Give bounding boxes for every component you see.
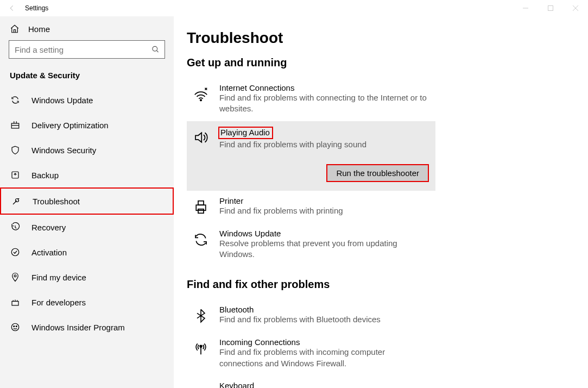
sidebar-item-find-my-device[interactable]: Find my device (0, 265, 174, 290)
svg-point-18 (200, 346, 202, 348)
section-heading-get-running: Get up and running (187, 57, 575, 69)
keyboard-icon (191, 382, 211, 388)
tile-desc: Find and fix problems with connecting to… (219, 92, 429, 115)
tile-list-other: Bluetooth Find and fix problems with Blu… (187, 299, 575, 388)
sidebar-item-backup[interactable]: Backup (0, 162, 174, 187)
svg-point-14 (200, 99, 202, 101)
window-title: Settings (25, 4, 48, 12)
tile-desc: Resolve problems that prevent you from u… (219, 238, 429, 260)
sidebar-item-windows-update[interactable]: Windows Update (0, 87, 174, 112)
sync-icon (10, 95, 21, 105)
tile-keyboard[interactable]: Keyboard Find and fix problems with your… (187, 376, 435, 388)
insider-icon (10, 322, 21, 333)
tile-title: Printer (219, 196, 429, 205)
sidebar-item-delivery-optimization[interactable]: Delivery Optimization (0, 112, 174, 137)
tile-title: Incoming Connections (219, 337, 429, 347)
search-wrap (0, 40, 174, 65)
tile-title: Internet Connections (219, 83, 429, 92)
sidebar-item-label: Windows Insider Program (31, 323, 125, 332)
tile-printer[interactable]: Printer Find and fix problems with print… (187, 191, 435, 223)
svg-point-12 (14, 326, 15, 327)
svg-point-9 (14, 275, 16, 277)
sidebar-item-label: Delivery Optimization (31, 121, 109, 130)
svg-line-5 (156, 51, 158, 52)
bluetooth-icon (191, 306, 211, 326)
sidebar-item-label: Activation (31, 248, 67, 257)
sidebar-item-label: Windows Update (31, 96, 93, 105)
sidebar-item-label: Backup (31, 171, 59, 180)
tile-title: Keyboard (219, 381, 429, 388)
run-troubleshooter-button[interactable]: Run the troubleshooter (326, 164, 429, 182)
sidebar-item-windows-security[interactable]: Windows Security (0, 137, 174, 162)
search-icon (151, 46, 160, 54)
sidebar-home[interactable]: Home (0, 16, 174, 40)
tile-title: Windows Update (219, 229, 429, 238)
sidebar-item-activation[interactable]: Activation (0, 240, 174, 265)
internet-icon (191, 84, 211, 104)
tile-title: Playing Audio (218, 127, 273, 139)
page-title: Troubleshoot (187, 29, 575, 47)
audio-icon (191, 128, 211, 147)
backup-icon (10, 170, 21, 180)
sidebar: Home Update & Security Windows Update (0, 16, 174, 388)
tile-desc: Find and fix problems with incoming comp… (219, 347, 429, 369)
sidebar-nav: Windows Update Delivery Optimization Win… (0, 87, 174, 340)
developer-icon (10, 297, 21, 308)
titlebar: Settings (0, 0, 588, 16)
sidebar-item-recovery[interactable]: Recovery (0, 215, 174, 240)
section-heading-other: Find and fix other problems (187, 278, 575, 291)
tile-title: Bluetooth (219, 305, 429, 314)
search-box[interactable] (9, 40, 165, 59)
sidebar-home-label: Home (28, 24, 50, 34)
tile-windows-update[interactable]: Windows Update Resolve problems that pre… (187, 223, 435, 267)
run-button-wrap: Run the troubleshooter (219, 164, 429, 182)
sidebar-item-windows-insider[interactable]: Windows Insider Program (0, 315, 174, 340)
tile-desc: Find and fix problems with printing (219, 205, 429, 216)
sidebar-item-label: Windows Security (31, 146, 96, 155)
window-buttons (513, 0, 588, 16)
minimize-button[interactable] (513, 0, 538, 16)
svg-rect-16 (198, 201, 204, 205)
recovery-icon (10, 222, 21, 233)
sidebar-item-label: For developers (31, 298, 86, 307)
back-icon[interactable] (8, 4, 16, 12)
tile-incoming-connections[interactable]: Incoming Connections Find and fix proble… (187, 332, 435, 376)
location-icon (10, 272, 21, 283)
home-icon (10, 24, 20, 34)
svg-point-4 (153, 46, 157, 51)
tile-desc: Find and fix problems with playing sound (219, 139, 429, 150)
update-icon (191, 230, 211, 249)
app-body: Home Update & Security Windows Update (0, 16, 588, 388)
wrench-icon (11, 196, 22, 206)
sidebar-item-for-developers[interactable]: For developers (0, 290, 174, 315)
svg-point-13 (16, 326, 17, 327)
titlebar-left: Settings (8, 4, 48, 12)
svg-rect-15 (196, 205, 206, 210)
svg-point-8 (11, 248, 19, 256)
sidebar-item-label: Recovery (31, 223, 66, 232)
maximize-button[interactable] (538, 0, 563, 16)
sidebar-item-label: Find my device (31, 273, 86, 282)
shield-icon (10, 145, 21, 155)
printer-icon (191, 197, 211, 217)
tile-playing-audio[interactable]: Playing Audio Find and fix problems with… (187, 121, 435, 191)
tile-internet-connections[interactable]: Internet Connections Find and fix proble… (187, 78, 435, 121)
svg-point-11 (11, 323, 19, 331)
tile-list-get-running: Internet Connections Find and fix proble… (187, 78, 575, 266)
main-content: Troubleshoot Get up and running Internet… (174, 16, 588, 388)
tile-bluetooth[interactable]: Bluetooth Find and fix problems with Blu… (187, 299, 435, 332)
search-input[interactable] (9, 40, 165, 59)
check-circle-icon (10, 247, 21, 258)
svg-rect-1 (548, 6, 553, 11)
svg-rect-6 (11, 123, 19, 128)
svg-rect-17 (198, 209, 204, 214)
tile-desc: Find and fix problems with Bluetooth dev… (219, 314, 429, 325)
antenna-icon (191, 339, 211, 358)
sidebar-item-troubleshoot[interactable]: Troubleshoot (0, 187, 174, 215)
sidebar-item-label: Troubleshoot (33, 197, 80, 206)
close-button[interactable] (563, 0, 588, 16)
svg-rect-10 (12, 302, 18, 306)
delivery-icon (10, 120, 21, 130)
sidebar-category: Update & Security (0, 65, 174, 87)
